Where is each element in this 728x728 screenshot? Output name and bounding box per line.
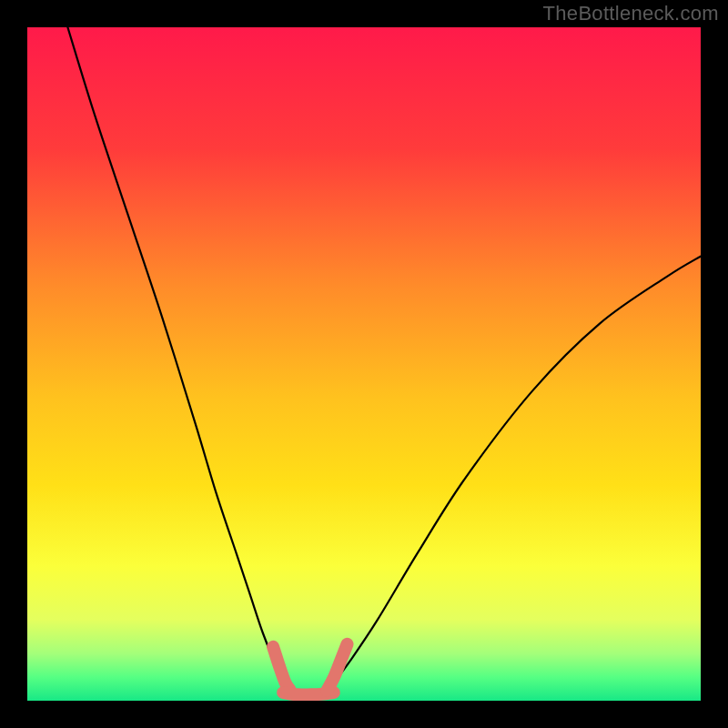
chart-frame: TheBottleneck.com [0, 0, 728, 728]
heatmap-background [27, 27, 701, 701]
watermark-text: TheBottleneck.com [543, 2, 719, 25]
svg-rect-0 [27, 27, 701, 701]
plot-area [27, 27, 701, 701]
